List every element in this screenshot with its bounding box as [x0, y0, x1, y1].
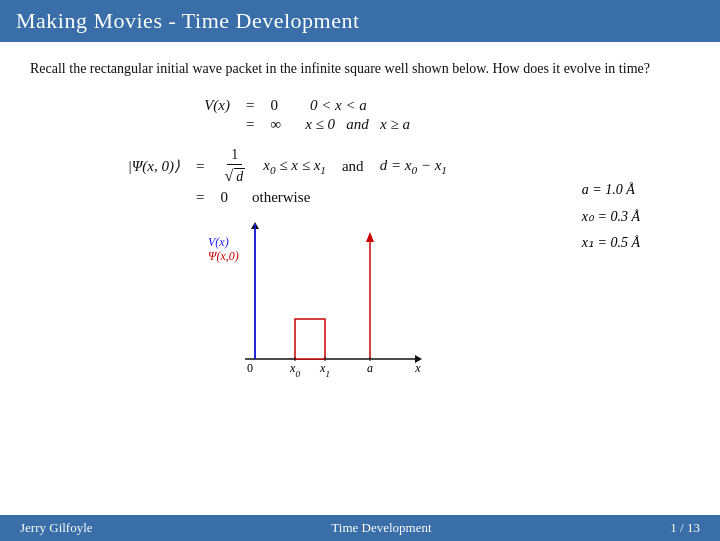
eq3: = — [196, 158, 204, 175]
v-val2: ∞ — [270, 116, 281, 133]
header-title: Making Movies - Time Development — [16, 8, 360, 33]
d-eq: d = x0 − x1 — [380, 157, 447, 176]
psi-cond1: x0 ≤ x ≤ x1 — [263, 157, 326, 176]
otherwise: otherwise — [252, 189, 310, 206]
footer-center: Time Development — [331, 520, 431, 536]
v-label: V(x) — [180, 97, 230, 114]
footer-left: Jerry Gilfoyle — [20, 520, 93, 536]
svg-marker-7 — [366, 232, 374, 242]
psi-val2: 0 — [220, 189, 228, 206]
param-x0: x₀ = 0.3 Å — [582, 204, 640, 231]
intro-paragraph: Recall the rectangular initial wave pack… — [30, 58, 690, 79]
svg-text:0: 0 — [247, 361, 253, 375]
svg-text:a: a — [367, 361, 373, 375]
eq4: = — [196, 189, 204, 206]
page-footer: Jerry Gilfoyle Time Development 1 / 13 — [0, 515, 720, 541]
v-eq-row1: V(x) = 0 0 < x < a — [180, 97, 690, 114]
eq2: = — [246, 116, 254, 133]
svg-text:x: x — [414, 361, 421, 375]
psi-axis-label: Ψ(x,0) — [208, 249, 239, 263]
svg-text:x0: x0 — [289, 361, 300, 379]
footer-right: 1 / 13 — [670, 520, 700, 536]
svg-text:x1: x1 — [319, 361, 330, 379]
equations-block: V(x) = 0 0 < x < a = ∞ x ≤ 0 and x ≥ a |… — [30, 97, 690, 389]
svg-rect-5 — [295, 319, 325, 359]
param-a: a = 1.0 Å — [582, 177, 640, 204]
page-header: Making Movies - Time Development — [0, 0, 720, 42]
plot-wrapper: V(x) Ψ(x,0) — [200, 214, 440, 389]
v-val1: 0 — [270, 97, 278, 114]
eq1: = — [246, 97, 254, 114]
main-content: Recall the rectangular initial wave pack… — [0, 42, 720, 389]
params-block: a = 1.0 Å x₀ = 0.3 Å x₁ = 0.5 Å — [582, 177, 640, 257]
v-cond1: 0 < x < a — [310, 97, 367, 114]
plot-svg: 0 x0 x1 a x — [200, 214, 440, 389]
frac-1-sqrtd: 1 √d — [220, 147, 249, 185]
psi-label: |Ψ(x, 0)⟩ — [60, 157, 180, 175]
v-eq-row2: = ∞ x ≤ 0 and x ≥ a — [180, 116, 690, 133]
v-cond2: x ≤ 0 and x ≥ a — [305, 116, 410, 133]
and1: and — [342, 158, 364, 175]
param-x1: x₁ = 0.5 Å — [582, 230, 640, 257]
